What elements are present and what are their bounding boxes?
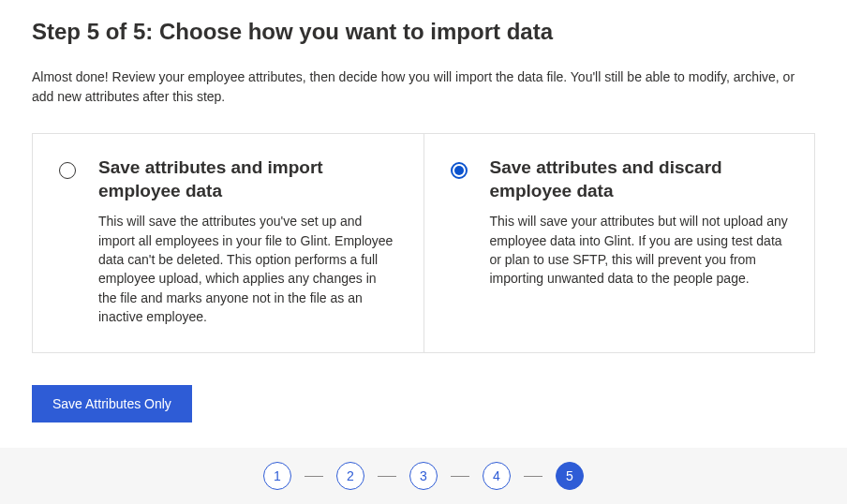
option-discard[interactable]: Save attributes and discard employee dat… bbox=[424, 134, 815, 352]
intro-text: Almost done! Review your employee attrib… bbox=[32, 67, 815, 107]
step-connector bbox=[305, 476, 323, 477]
option-import-title: Save attributes and import employee data bbox=[98, 156, 397, 202]
option-discard-description: This will save your attributes but will … bbox=[490, 212, 789, 288]
option-import-description: This will save the attributes you've set… bbox=[98, 212, 397, 326]
step-connector bbox=[451, 476, 469, 477]
step-connector bbox=[378, 476, 396, 477]
options-container: Save attributes and import employee data… bbox=[32, 133, 815, 353]
step-1[interactable]: 1 bbox=[263, 462, 291, 490]
option-import[interactable]: Save attributes and import employee data… bbox=[33, 134, 424, 352]
page-title: Step 5 of 5: Choose how you want to impo… bbox=[32, 19, 815, 45]
save-attributes-button[interactable]: Save Attributes Only bbox=[32, 385, 192, 422]
option-discard-title: Save attributes and discard employee dat… bbox=[490, 156, 789, 202]
stepper-bar: 1 2 3 4 5 bbox=[0, 448, 847, 504]
step-5[interactable]: 5 bbox=[556, 462, 584, 490]
radio-discard[interactable] bbox=[451, 162, 468, 179]
stepper: 1 2 3 4 5 bbox=[263, 462, 584, 490]
step-connector bbox=[524, 476, 542, 477]
radio-import[interactable] bbox=[59, 162, 76, 179]
radio-inner-icon bbox=[454, 166, 464, 175]
step-4[interactable]: 4 bbox=[483, 462, 511, 490]
step-3[interactable]: 3 bbox=[409, 462, 438, 490]
step-2[interactable]: 2 bbox=[336, 462, 364, 490]
